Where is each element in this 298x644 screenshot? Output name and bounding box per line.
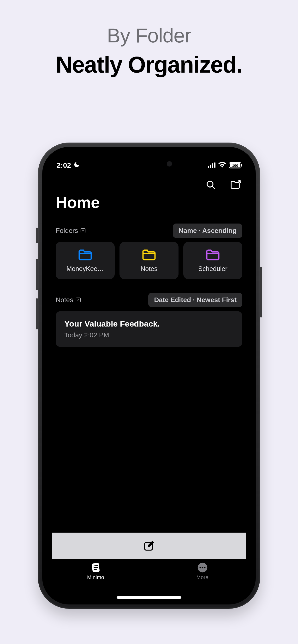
note-title: Your Valuable Feedback.	[64, 319, 234, 328]
tab-more-label: More	[196, 574, 208, 580]
folder-name: Scheduler	[195, 265, 230, 273]
hero-title: Neatly Organized.	[0, 52, 298, 78]
folder-card[interactable]: Scheduler	[183, 242, 242, 279]
wifi-icon	[218, 161, 226, 170]
phone-volume-up	[36, 259, 38, 290]
new-folder-button[interactable]	[230, 180, 241, 190]
more-icon	[197, 562, 208, 573]
home-indicator[interactable]	[117, 596, 181, 599]
compose-icon	[143, 540, 155, 552]
compose-button[interactable]	[52, 532, 246, 559]
folder-name: MoneyKee…	[64, 265, 107, 273]
folder-plus-icon	[230, 180, 241, 190]
notes-sort-button[interactable]: Date Edited · Newest First	[148, 293, 242, 307]
svg-point-20	[202, 567, 203, 568]
svg-rect-2	[212, 164, 213, 168]
hero-subtitle: By Folder	[0, 24, 298, 47]
phone-volume-down	[36, 298, 38, 330]
notes-section-label: Notes	[56, 296, 73, 304]
search-icon	[206, 180, 216, 190]
folder-icon	[205, 249, 220, 261]
phone-silence-switch	[36, 228, 38, 243]
svg-point-21	[204, 567, 205, 568]
folder-icon	[141, 249, 157, 261]
folders-sort-button[interactable]: Name · Ascending	[173, 224, 242, 238]
svg-rect-0	[208, 166, 209, 168]
dynamic-island	[118, 156, 180, 172]
svg-rect-1	[210, 164, 211, 168]
cellular-icon	[208, 161, 215, 170]
phone-mockup: 2:02	[38, 142, 260, 609]
svg-rect-9	[81, 228, 85, 233]
notes-section-toggle[interactable]: Notes	[56, 296, 81, 304]
folder-card[interactable]: Notes	[119, 242, 179, 279]
battery-icon: 100	[229, 162, 241, 168]
chevron-up-icon	[80, 228, 86, 233]
folders-section-toggle[interactable]: Folders	[56, 227, 86, 234]
page-title: Home	[42, 192, 256, 218]
chevron-up-icon	[76, 297, 81, 302]
moon-icon	[73, 161, 80, 170]
folders-section-header: Folders Name · Ascending	[42, 218, 256, 242]
folder-icon	[78, 249, 93, 261]
search-button[interactable]	[205, 180, 216, 190]
status-time: 2:02	[57, 161, 71, 170]
note-card[interactable]: Your Valuable Feedback. Today 2:02 PM	[56, 311, 242, 347]
marketing-hero: By Folder Neatly Organized.	[0, 0, 298, 78]
folder-name: Notes	[138, 265, 161, 273]
folders-section-label: Folders	[56, 227, 78, 234]
phone-power-button	[260, 267, 262, 318]
notes-app-icon	[90, 562, 101, 573]
note-meta: Today 2:02 PM	[64, 331, 234, 339]
svg-rect-3	[214, 162, 215, 168]
svg-point-19	[199, 567, 201, 568]
svg-line-5	[212, 186, 215, 188]
svg-rect-13	[76, 298, 80, 302]
battery-level: 100	[232, 164, 238, 168]
folder-card[interactable]: MoneyKee…	[56, 242, 115, 279]
tab-minimo-label: Minimo	[87, 574, 104, 580]
notes-section-header: Notes Date Edited · Newest First	[42, 279, 256, 311]
